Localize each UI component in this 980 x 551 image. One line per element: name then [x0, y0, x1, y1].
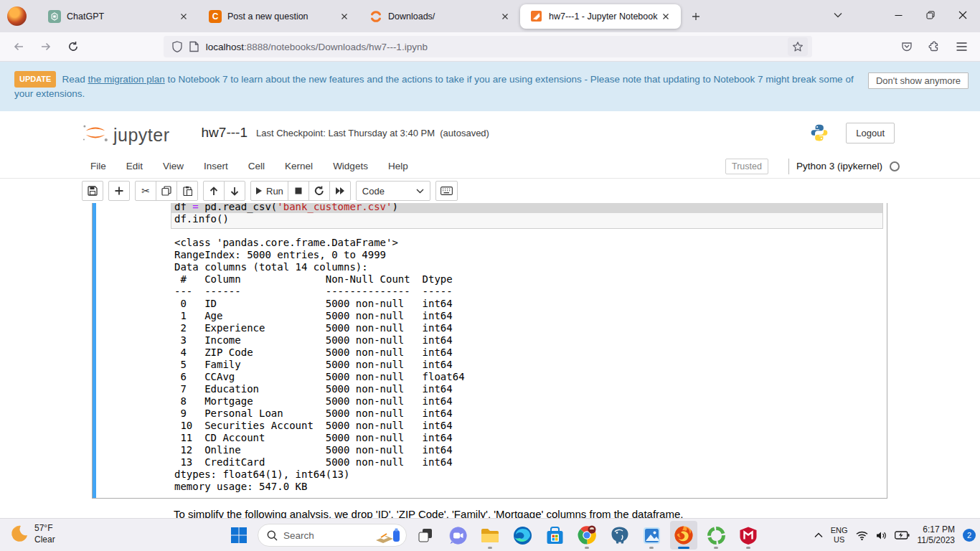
restart-run-all-button[interactable] — [329, 181, 351, 201]
tab-chegg[interactable]: C Post a new question — [199, 4, 359, 29]
add-cell-button[interactable] — [108, 181, 130, 201]
code-line-selected[interactable]: df = pd.read_csv('bank_customer.csv') — [171, 203, 882, 213]
menu-file[interactable]: File — [80, 156, 116, 176]
keyboard-icon — [440, 187, 453, 195]
chat-icon — [448, 526, 468, 545]
taskbar-app-chrome[interactable] — [573, 521, 600, 550]
taskbar-app-postgresql[interactable] — [606, 521, 633, 550]
page-info-icon[interactable] — [189, 41, 199, 52]
stop-icon — [295, 187, 302, 194]
notification-count-badge[interactable]: 2 — [963, 529, 976, 542]
taskbar-app-mcafee[interactable] — [735, 521, 762, 550]
kernel-name: Python 3 (ipykernel) — [796, 161, 882, 171]
checkpoint-text: Last Checkpoint: Last Thursday at 3:40 P… — [256, 128, 489, 138]
list-all-tabs-button[interactable] — [824, 0, 852, 30]
tray-chevron-up-icon[interactable] — [814, 532, 823, 538]
tab-close-button[interactable] — [658, 9, 674, 24]
window-close-button[interactable] — [948, 0, 977, 30]
kernel-idle-indicator — [890, 161, 900, 171]
cut-cell-button[interactable]: ✂ — [135, 181, 156, 201]
run-cell-button[interactable]: Run — [250, 181, 288, 201]
taskbar-app-green-ring[interactable] — [702, 521, 730, 550]
markdown-cell-text[interactable]: To simplify the following analysis, we d… — [174, 508, 683, 518]
battery-icon[interactable] — [895, 531, 910, 540]
logout-button[interactable]: Logout — [846, 123, 895, 143]
address-bar[interactable]: localhost:8888/notebooks/Downloads/hw7--… — [164, 36, 813, 57]
menu-insert[interactable]: Insert — [194, 156, 238, 176]
tab-close-button[interactable] — [176, 9, 192, 24]
save-button[interactable] — [82, 181, 103, 201]
taskbar-app-edge[interactable] — [509, 521, 536, 550]
move-cell-up-button[interactable] — [203, 181, 225, 201]
menu-cell[interactable]: Cell — [238, 156, 275, 176]
window-restore-button[interactable] — [916, 0, 945, 30]
weather-widget[interactable]: 57°F Clear — [10, 522, 55, 545]
url-text[interactable]: localhost:8888/notebooks/Downloads/hw7--… — [206, 42, 781, 52]
python-logo-icon — [810, 123, 829, 142]
dont-show-anymore-button[interactable]: Don't show anymore — [868, 72, 969, 89]
bookmark-star-icon[interactable] — [788, 37, 808, 56]
tray-time: 6:17 PM — [918, 524, 956, 535]
firefox-icon — [674, 525, 694, 545]
taskbar-app-file-explorer[interactable] — [476, 521, 504, 550]
tab-downloads[interactable]: Downloads/ — [359, 4, 520, 29]
reload-button[interactable] — [62, 36, 85, 57]
jupyter-logo[interactable]: jupyter — [80, 121, 170, 144]
interrupt-kernel-button[interactable] — [288, 181, 309, 201]
jupyter-book-icon — [530, 10, 543, 23]
tab-chatgpt[interactable]: ChatGPT — [38, 4, 199, 29]
start-button[interactable] — [225, 521, 253, 550]
menu-view[interactable]: View — [153, 156, 194, 176]
taskbar-app-photos[interactable] — [638, 521, 665, 550]
forward-button[interactable] — [34, 36, 57, 57]
restart-kernel-button[interactable] — [308, 181, 330, 201]
microsoft-store-icon — [545, 526, 565, 545]
menu-kernel[interactable]: Kernel — [275, 156, 323, 176]
volume-icon[interactable] — [876, 531, 887, 540]
extensions-puzzle-icon[interactable] — [923, 36, 946, 57]
back-button[interactable] — [7, 36, 30, 57]
pocket-icon[interactable] — [895, 36, 918, 57]
divider — [788, 159, 789, 174]
taskbar-app-chat[interactable] — [444, 521, 471, 550]
menu-widgets[interactable]: Widgets — [323, 156, 378, 176]
cell-type-dropdown[interactable]: Code — [356, 181, 430, 201]
command-palette-button[interactable] — [435, 181, 458, 201]
taskbar-app-firefox-active[interactable] — [670, 521, 697, 550]
shield-icon[interactable] — [172, 41, 182, 52]
selected-code-cell[interactable]: df = pd.read_csv('bank_customer.csv') df… — [92, 203, 887, 499]
new-tab-button[interactable] — [685, 6, 707, 27]
task-view-button[interactable] — [412, 521, 439, 550]
copy-cell-button[interactable] — [156, 181, 177, 201]
browser-titlebar: ChatGPT C Post a new question Downloads/… — [0, 0, 980, 32]
running-indicator — [746, 547, 750, 549]
chegg-icon: C — [209, 10, 222, 23]
menu-edit[interactable]: Edit — [116, 156, 153, 176]
paste-cell-button[interactable] — [176, 181, 198, 201]
jupyter-menubar: File Edit View Insert Cell Kernel Widget… — [0, 154, 980, 179]
url-host: localhost — [206, 42, 244, 52]
window-minimize-button[interactable] — [884, 0, 913, 30]
tab-close-button[interactable] — [497, 9, 513, 24]
move-cell-down-button[interactable] — [224, 181, 245, 201]
fast-forward-icon — [335, 187, 345, 195]
migration-plan-link[interactable]: the migration plan — [88, 74, 164, 85]
clock-widget[interactable]: 6:17 PM 11/5/2023 — [918, 524, 956, 546]
notebook-title[interactable]: hw7---1 — [202, 125, 248, 141]
tab-jupyter-notebook-active[interactable]: hw7---1 - Jupyter Notebook — [520, 4, 681, 29]
menu-help[interactable]: Help — [378, 156, 418, 176]
code-line-2[interactable]: df.info() — [174, 213, 882, 225]
search-placeholder: Search — [283, 530, 369, 541]
green-ring-app-icon — [707, 526, 726, 545]
tab-close-button[interactable] — [336, 9, 352, 24]
menu-hamburger-icon[interactable] — [950, 36, 973, 57]
wifi-icon[interactable] — [856, 531, 868, 540]
cell-output-text: <class 'pandas.core.frame.DataFrame'> Ra… — [174, 237, 887, 493]
taskbar-app-microsoft-store[interactable] — [541, 521, 568, 550]
jupyter-toolbar: ✂ Run Code — [0, 179, 980, 203]
code-editor[interactable]: df = pd.read_csv('bank_customer.csv') df… — [171, 203, 883, 229]
browser-navbar: localhost:8888/notebooks/Downloads/hw7--… — [0, 32, 980, 62]
taskbar-search-box[interactable]: Search — [258, 524, 407, 547]
language-indicator[interactable]: ENG US — [831, 526, 848, 545]
chevron-down-icon — [416, 189, 424, 194]
